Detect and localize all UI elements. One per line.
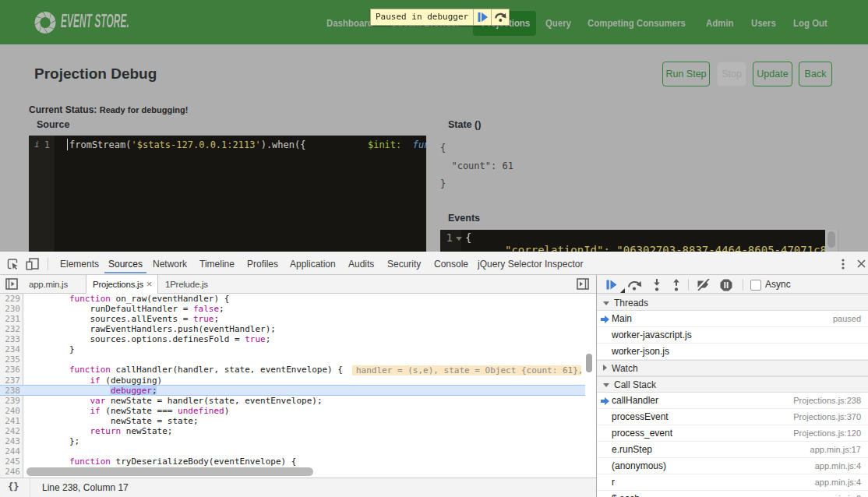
source-editor-gutter: i 1 <box>29 136 55 253</box>
close-tab-icon[interactable]: × <box>146 275 152 294</box>
debugger-sidebar: Async ThreadsMainpausedworker-javascript… <box>597 275 868 497</box>
back-button[interactable]: Back <box>799 62 832 86</box>
line-number[interactable]: 235 <box>0 354 20 365</box>
item-label: Main <box>612 313 632 324</box>
line-number[interactable]: 244 <box>0 446 20 456</box>
devtools-close-icon[interactable] <box>857 259 866 268</box>
inspect-element-icon[interactable] <box>7 259 18 270</box>
fold-arrow-icon[interactable] <box>456 237 462 241</box>
paused-in-debugger-label: Paused in debugger <box>371 9 473 25</box>
code-line-245: 245 function tryDeserializeBody(eventEnv… <box>0 456 596 467</box>
nav-item-dashboard[interactable]: Dashboard <box>326 17 373 29</box>
call-stack-row-5[interactable]: rapp.min.js:4 <box>597 474 868 491</box>
stop-button[interactable]: Stop <box>717 62 746 86</box>
code-token-plain: ).when({ <box>261 139 368 150</box>
file-tab-app-min-js[interactable]: app.min.js <box>29 275 68 294</box>
line-number[interactable]: 236 <box>0 365 20 375</box>
deactivate-breakpoints-icon[interactable] <box>694 279 711 291</box>
call-stack-row-3[interactable]: e.runStepapp.min.js:17 <box>597 442 868 458</box>
line-number[interactable]: 234 <box>0 344 20 354</box>
call-stack-section-header[interactable]: Call Stack <box>597 376 868 393</box>
thread-row-Main[interactable]: Mainpaused <box>597 311 868 327</box>
step-out-icon[interactable] <box>672 279 680 291</box>
overlay-step-over-button[interactable] <box>491 9 509 25</box>
devtools-panel: Elements Sources Network Timeline Profil… <box>0 252 868 497</box>
file-tab-1prelude-js[interactable]: 1Prelude.js <box>165 275 208 294</box>
show-navigator-icon[interactable] <box>5 278 18 290</box>
call-stack-row-1[interactable]: processEventProjections.js:370 <box>597 409 868 425</box>
events-scrollbar-thumb[interactable] <box>827 231 835 248</box>
line-number[interactable]: 243 <box>0 436 20 446</box>
nav-item-users[interactable]: Users <box>751 17 776 29</box>
devtools-tab-audits[interactable]: Audits <box>348 259 374 270</box>
line-number[interactable]: 232 <box>0 324 20 334</box>
code-horizontal-scrollbar[interactable] <box>26 467 313 476</box>
devtools-tab-profiles[interactable]: Profiles <box>247 259 278 270</box>
source-code-editor[interactable]: i 1 fromStream('$stats-127.0.0.1:2113').… <box>29 136 426 253</box>
nav-item-competing-consumers[interactable]: Competing Consumers <box>587 17 686 29</box>
page-title: Projection Debug <box>34 65 157 83</box>
code-token-init: $init: <box>368 139 401 150</box>
call-stack-row-0[interactable]: callHandlerProjections.js:238 <box>597 393 868 409</box>
line-number[interactable]: 229 <box>0 294 20 304</box>
code-vertical-scrollbar[interactable] <box>586 354 592 372</box>
devtools-tab-application[interactable]: Application <box>290 259 336 270</box>
nav-item-log-out[interactable]: Log Out <box>793 17 827 29</box>
show-debugger-sidebar-icon[interactable] <box>577 278 589 290</box>
device-toolbar-icon[interactable] <box>26 258 39 270</box>
line-number[interactable]: 240 <box>0 406 20 416</box>
run-step-button[interactable]: Run Step <box>662 62 710 86</box>
thread-row-worker-javascript.js[interactable]: worker-javascript.js <box>597 327 868 344</box>
pause-on-exceptions-icon[interactable] <box>720 279 732 291</box>
async-checkbox[interactable] <box>750 280 761 291</box>
line-number[interactable]: 245 <box>0 456 20 467</box>
current-position-arrow-icon <box>601 397 609 405</box>
item-location: Projections.js:120 <box>793 425 861 442</box>
devtools-tab-network[interactable]: Network <box>153 259 187 270</box>
state-json-line: { <box>440 143 446 153</box>
source-code-viewer[interactable]: 229 function on_raw(eventHandler) {230 r… <box>0 294 596 478</box>
call-stack-row-4[interactable]: (anonymous)app.min.js:4 <box>597 458 868 474</box>
item-label: process_event <box>612 428 672 439</box>
line-number[interactable]: 239 <box>0 396 20 406</box>
devtools-tab-sources[interactable]: Sources <box>108 259 143 270</box>
devtools-toolbar: Elements Sources Network Timeline Profil… <box>0 252 868 275</box>
nav-item-query[interactable]: Query <box>545 17 571 29</box>
step-into-icon[interactable] <box>653 279 661 291</box>
source-label: Source <box>37 119 69 130</box>
call-stack-row-2[interactable]: process_eventProjections.js:120 <box>597 425 868 442</box>
line-number[interactable]: 233 <box>0 334 20 344</box>
thread-row-worker-json.js[interactable]: worker-json.js <box>597 344 868 360</box>
devtools-tab-security[interactable]: Security <box>387 259 421 270</box>
devtools-menu-icon[interactable] <box>842 259 845 270</box>
threads-section-header[interactable]: Threads <box>597 294 868 311</box>
pretty-print-icon[interactable]: {} <box>8 481 19 492</box>
code-line-232: 232 rawEventHandlers.push(eventHandler); <box>0 324 596 334</box>
line-number[interactable]: 242 <box>0 426 20 436</box>
item-location: app.min.js:2 <box>815 491 861 497</box>
item-location: app.min.js:4 <box>815 474 861 491</box>
line-number[interactable]: 238 <box>0 386 20 396</box>
events-editor[interactable]: 1 { "correlationId": "06302703-8837-4464… <box>440 230 825 253</box>
file-tab-projections-js[interactable]: Projections.js × <box>86 275 158 294</box>
line-number[interactable]: 231 <box>0 314 20 324</box>
line-number[interactable]: 230 <box>0 304 20 314</box>
resume-script-icon[interactable] <box>606 280 617 290</box>
devtools-tab-timeline[interactable]: Timeline <box>199 259 235 270</box>
overlay-resume-button[interactable] <box>473 9 491 25</box>
watch-section-header[interactable]: Watch <box>597 360 868 376</box>
code-line-237: 237 if (debugging) <box>0 375 596 386</box>
devtools-tab-console[interactable]: Console <box>434 259 468 270</box>
line-number[interactable]: 241 <box>0 416 20 426</box>
line-number[interactable]: 237 <box>0 375 20 386</box>
nav-item-admin[interactable]: Admin <box>706 17 734 29</box>
call-stack-row-6[interactable]: $.eachapp.min.js:2 <box>597 491 868 497</box>
devtools-tab-jquery-selector-inspector[interactable]: jQuery Selector Inspector <box>478 259 583 270</box>
item-label: worker-json.js <box>612 346 669 357</box>
line-number[interactable]: 246 <box>0 467 20 477</box>
step-over-icon[interactable] <box>627 280 642 291</box>
state-json-line: "count": 61 <box>440 160 513 171</box>
devtools-tab-elements[interactable]: Elements <box>60 259 99 270</box>
update-button[interactable]: Update <box>753 62 792 86</box>
code-line-235: 235 <box>0 354 596 365</box>
